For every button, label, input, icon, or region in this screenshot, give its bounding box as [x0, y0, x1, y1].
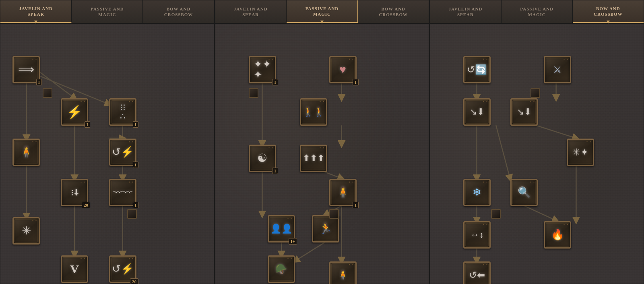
avoid-icon: ☯	[257, 153, 267, 164]
skill-node-immolation[interactable]: 🔥	[544, 221, 571, 249]
level-p2: I	[353, 79, 358, 85]
tab-bow-crossbow-1[interactable]: Bow and Crossbow	[143, 0, 214, 23]
tab-bow-crossbow-3[interactable]: Bow and Crossbow	[573, 0, 644, 23]
svg-line-27	[496, 125, 510, 178]
skill-node-cyclone[interactable]: ↺⚡ I	[109, 139, 136, 166]
skill-node-slow[interactable]: 🧍 I	[329, 261, 357, 284]
skill-node-evade[interactable]: 🚶🚶	[300, 98, 327, 126]
panel-3-content: Javelin and Spear Passive and Magic Bow …	[430, 0, 644, 284]
starburst-icon: ✳	[22, 225, 31, 236]
panel-1: Javelin and Spear Passive and Magic Bow …	[0, 0, 215, 284]
runner-icon: 🏃	[319, 224, 332, 234]
skill-node-exploding[interactable]: ✳✦	[567, 139, 594, 166]
magic-arrow-icon: ↺🔄	[467, 65, 487, 75]
panel-2: Javelin and Spear Passive and Magic Bow …	[215, 0, 430, 284]
skill-node-multishot[interactable]: ⚔	[544, 56, 571, 83]
skill-node-pierce[interactable]: ↺⚡ 20	[109, 255, 136, 283]
skill-node-valkerie[interactable]: 👤👤 I+	[268, 215, 295, 243]
skill-area-2: ✦✦✦ I ♥ I 🚶🚶 ☯ I	[215, 24, 429, 284]
panel-2-content: Javelin and Spear Passive and Magic Bow …	[215, 0, 429, 284]
strafe-icon: ↔↕	[471, 230, 484, 239]
skill-node-decoy[interactable]: 🪖	[268, 255, 295, 283]
valkyrie-icon: V	[70, 263, 79, 275]
small-node-1b	[127, 209, 137, 219]
inner-sight-icon: ✦✦✦	[254, 59, 271, 80]
skill-area-1: ⟹ I ⚡ I ⁝⁝∴ I 🧍 ↺	[0, 24, 214, 284]
panel-3: Javelin and Spear Passive and Magic Bow …	[429, 0, 644, 284]
skill-node-lightning-fury[interactable]: ↺⬅	[463, 261, 491, 284]
svg-line-24	[524, 206, 556, 221]
level-2: I	[85, 121, 90, 128]
skill-node-starburst[interactable]: ✳	[12, 217, 40, 245]
tab-passive-magic-3[interactable]: Passive and Magic	[502, 0, 573, 23]
svg-line-14	[323, 172, 341, 178]
skill-node-impale[interactable]: ⫶⬇ 20	[61, 179, 88, 206]
scatter-icon: ⁝⁝∴	[120, 103, 126, 121]
skill-node-waves[interactable]: 〰〰 I	[109, 179, 136, 206]
evade-icon: 🚶🚶	[303, 108, 324, 116]
skill-area-3: ↺🔄 ⚔ ↘⬇ ↘⬇ ✳✦	[430, 24, 644, 284]
tab-javelin-spear-1[interactable]: Javelin and Spear	[0, 0, 72, 23]
multishot-icon: ⚔	[553, 65, 562, 75]
level-10: 20	[130, 278, 138, 284]
tab-javelin-spear-2[interactable]: Javelin and Spear	[215, 0, 287, 23]
lightning-icon: ⚡	[66, 106, 83, 118]
speed-icon: ⟹	[18, 64, 34, 75]
skill-node-speed[interactable]: ⟹ I	[12, 56, 40, 83]
skill-node-guided[interactable]: 🔍	[510, 179, 538, 206]
tab-passive-magic-2[interactable]: Passive and Magic	[287, 0, 358, 23]
skill-node-penetrate[interactable]: 🧍 I	[329, 179, 357, 206]
tab-bow-crossbow-2[interactable]: Bow and Crossbow	[358, 0, 429, 23]
dodge2-icon: ⬆⬆⬆	[303, 154, 324, 163]
skill-node-runner[interactable]: 🏃	[312, 215, 339, 243]
level-p8: I+	[289, 238, 297, 245]
tab-javelin-spear-3[interactable]: Javelin and Spear	[430, 0, 501, 23]
small-node-1a	[43, 88, 52, 98]
skill-node-dodge2[interactable]: ⬆⬆⬆	[300, 145, 327, 172]
level-5: I	[133, 162, 138, 168]
small-node-2a	[249, 88, 258, 98]
exploding-icon: ✳✦	[572, 147, 588, 157]
skill-node-freezing[interactable]: ❄	[463, 179, 491, 206]
svg-line-17	[295, 242, 326, 261]
skill-node-fire-arrow[interactable]: ↘⬇	[463, 98, 491, 126]
svg-line-21	[536, 125, 576, 138]
level-1: I	[36, 79, 42, 85]
small-node-2b	[329, 209, 339, 219]
skill-node-valkyrie[interactable]: V	[61, 255, 88, 283]
tab-passive-magic-1[interactable]: Passive and Magic	[72, 0, 143, 23]
skill-node-inner-sight[interactable]: ✦✦✦ I	[249, 56, 276, 83]
slow-icon: 🧍	[337, 271, 348, 280]
skill-node-lightning[interactable]: ⚡ I	[61, 98, 88, 126]
penetrate-icon: 🧍	[336, 187, 349, 198]
decoy-icon: 🪖	[275, 264, 287, 274]
guided-icon: 🔍	[518, 187, 530, 198]
level-3: I	[133, 121, 138, 128]
freezing-icon: ❄	[473, 187, 481, 198]
tab-bar-2: Javelin and Spear Passive and Magic Bow …	[215, 0, 429, 24]
lightning-fury-icon: ↺⬅	[469, 270, 485, 280]
skill-node-scatter[interactable]: ⁝⁝∴ I	[109, 98, 136, 126]
skill-node-avoid[interactable]: ☯ I	[249, 145, 276, 172]
panel-1-content: Javelin and Spear Passive and Magic Bow …	[0, 0, 214, 284]
cyclone-icon: ↺⚡	[112, 147, 134, 158]
impale-icon: ⫶⬇	[70, 188, 79, 197]
skill-node-magic-arrow[interactable]: ↺🔄	[463, 56, 491, 83]
skill-node-dodge[interactable]: 🧍	[12, 139, 40, 166]
small-node-3a	[530, 88, 540, 98]
valkerie-icon: 👤👤	[270, 224, 292, 233]
skill-node-cold-arrow[interactable]: ↘⬇	[510, 98, 538, 126]
skill-tree-container: Javelin and Spear Passive and Magic Bow …	[0, 0, 644, 284]
level-p5: I	[272, 168, 278, 174]
skill-node-strafe[interactable]: ↔↕	[463, 221, 491, 249]
waves-icon: 〰〰	[113, 188, 132, 197]
level-6: 20	[82, 202, 90, 208]
level-p1: I	[272, 79, 278, 85]
connections-3	[430, 24, 644, 284]
dodge-icon: 🧍	[20, 147, 33, 158]
skill-node-critical[interactable]: ♥ I	[329, 56, 357, 83]
critical-icon: ♥	[339, 64, 346, 75]
tab-bar-1: Javelin and Spear Passive and Magic Bow …	[0, 0, 214, 24]
tab-bar-3: Javelin and Spear Passive and Magic Bow …	[430, 0, 644, 24]
level-p7: I	[353, 202, 358, 208]
